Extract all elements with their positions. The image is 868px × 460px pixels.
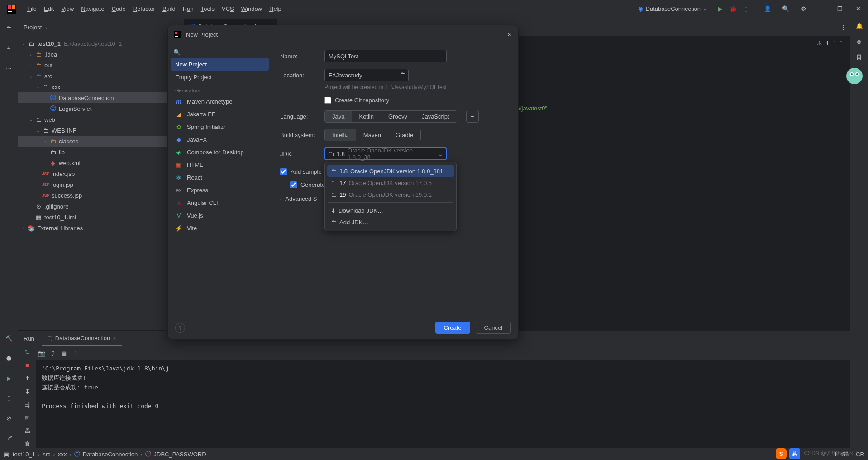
project-tool-icon[interactable]: 🗀 [4,23,14,33]
project-name-input[interactable] [324,50,447,62]
menu-vcs[interactable]: VCS [218,4,238,14]
generator-jakarta[interactable]: ◢Jakarta EE [171,108,269,120]
tree-row-out[interactable]: ›🗀out [18,60,167,71]
camera-icon[interactable]: 📷 [38,350,45,357]
rerun-icon[interactable]: ↻ [25,349,30,356]
add-language-button[interactable]: + [466,110,479,123]
settings-icon[interactable]: ⚙ [797,3,810,15]
services-tool-icon[interactable]: ⬣ [4,353,14,364]
run-config-tab[interactable]: ▢ DatabaseConnection × [42,331,122,346]
lang-javascript[interactable]: JavaScript [415,111,457,122]
structure-tool-icon[interactable]: ⌗ [4,43,14,53]
tree-row-dbconn[interactable]: ⒸDatabaseConnection [18,92,167,103]
tree-row-webxml[interactable]: ◆web.xml [18,157,167,168]
tree-row-loginservlet[interactable]: ⒸLoginServlet [18,103,167,114]
tree-row-pkg[interactable]: ⌄🗀xxx [18,81,167,92]
menu-help[interactable]: Help [266,4,285,14]
search-icon[interactable]: 🔍 [779,3,792,15]
search-icon[interactable]: 🔍 [173,49,181,56]
editor-options-icon[interactable]: ⋮ [840,24,846,30]
export-icon[interactable]: ⎘ [25,414,29,421]
notifications-icon[interactable]: 🔔 [856,23,863,29]
generator-vue[interactable]: VVue.js [171,209,269,222]
nav-up-icon[interactable]: ˄ [833,40,836,47]
debug-button[interactable]: 🐞 [727,3,739,15]
more-tools-icon[interactable]: ⋯ [4,62,14,73]
tree-row-webinf[interactable]: ⌄🗀WEB-INF [18,125,167,136]
tree-row-classes[interactable]: ›🗀classes [18,136,167,147]
close-dialog-icon[interactable]: ✕ [507,31,512,38]
generator-spring[interactable]: ✿Spring Initializr [171,120,269,133]
create-button[interactable]: Create [435,322,470,334]
generator-vite[interactable]: ⚡Vite [171,222,269,234]
cancel-button[interactable]: Cancel [476,322,511,334]
tree-row-iml[interactable]: ▦test10_1.iml [18,212,167,223]
add-sample-checkbox[interactable] [280,168,287,175]
breadcrumb[interactable]: test10_1› src› xxx› ⒸDatabaseConnection›… [13,450,206,458]
nav-down-icon[interactable]: ˅ [839,40,843,47]
generator-maven[interactable]: mMaven Archetype [171,95,269,108]
generator-html[interactable]: ▣HTML [171,158,269,171]
up-stack-icon[interactable]: ↥ [25,375,30,382]
browse-folder-icon[interactable]: 🗀 [400,71,406,78]
git-repo-checkbox[interactable] [324,97,331,104]
ai-assistant-icon[interactable]: ⊚ [857,38,862,45]
tree-row-idea[interactable]: ›🗀.idea [18,49,167,60]
menu-refactor[interactable]: Refactor [129,4,159,14]
tree-row-src[interactable]: ⌄🗀src [18,71,167,81]
print-icon[interactable]: 🖶 [24,427,30,434]
console-output[interactable]: "C:\Program Files\Java\jdk-1.8\bin\j 数据库… [36,360,850,448]
code-with-me-icon[interactable]: 👤 [761,3,774,15]
close-window-icon[interactable]: ✕ [852,3,864,15]
toolwindow-toggle-icon[interactable]: ▣ [4,451,9,458]
build-gradle[interactable]: Gradle [388,129,420,141]
tree-row-loginjsp[interactable]: JSPlogin.jsp [18,179,167,190]
jdk-option-18[interactable]: 🗀1.8Oracle OpenJDK version 1.8.0_381 [327,165,454,177]
down-stack-icon[interactable]: ↧ [25,388,30,395]
tree-row-lib[interactable]: 🗀lib [18,147,167,157]
generator-empty-project[interactable]: Empty Project [171,71,269,83]
run-tool-icon[interactable]: ▶ [4,373,14,384]
tree-row-extlib[interactable]: ›📚External Libraries [18,223,167,233]
terminal-tool-icon[interactable]: ⌷ [4,393,14,403]
lang-kotlin[interactable]: Kotlin [352,111,381,122]
tree-row-indexjsp[interactable]: JSPindex.jsp [18,168,167,179]
filter-icon[interactable]: ⇶ [25,401,30,408]
lang-groovy[interactable]: Groovy [381,111,415,122]
maximize-window-icon[interactable]: ❐ [834,3,846,15]
tree-row-successjsp[interactable]: JSPsuccess.jsp [18,190,167,201]
tree-row-gitignore[interactable]: ⊘.gitignore [18,201,167,212]
run-configuration-selector[interactable]: ◉ DatabaseConnection ⌄ [634,5,711,13]
menu-edit[interactable]: Edit [40,4,57,14]
run-button[interactable]: ▶ [714,3,727,15]
tray-sogou-icon[interactable]: S [776,448,787,459]
help-icon[interactable]: ? [175,323,185,333]
minimize-window-icon[interactable]: — [816,3,828,15]
tree-row-web[interactable]: ⌄🗀web [18,114,167,125]
generate-checkbox[interactable] [290,181,297,188]
jdk-download[interactable]: ⬇Download JDK… [327,204,454,216]
menu-file[interactable]: File [24,4,40,14]
layout-icon[interactable]: ▤ [61,350,67,357]
delete-icon[interactable]: 🗑 [24,441,30,447]
build-maven[interactable]: Maven [356,129,388,141]
build-tool-icon[interactable]: 🔨 [4,333,14,344]
export-results-icon[interactable]: ⤴ [52,350,55,357]
more-icon[interactable]: ⋮ [73,350,79,357]
menu-run[interactable]: Run [179,4,197,14]
tree-row-root[interactable]: ⌄🗀test10_1 E:\Javastudy\test10_1 [18,38,167,49]
menu-tools[interactable]: Tools [197,4,218,14]
warning-icon[interactable]: ⚠ [817,40,822,47]
chevron-down-icon[interactable]: ⌄ [44,25,48,30]
project-tree[interactable]: ⌄🗀test10_1 E:\Javastudy\test10_1 ›🗀.idea… [18,36,167,330]
jdk-dropdown[interactable]: 🗀 1.8 Oracle OpenJDK version 1.8.0_38 ⌄ … [324,147,447,160]
git-tool-icon[interactable]: ⎇ [4,432,14,443]
jdk-option-19[interactable]: 🗀19Oracle OpenJDK version 19.0.1 [327,189,454,200]
jdk-add[interactable]: 🗀Add JDK… [327,216,454,228]
database-tool-icon[interactable]: 🗄 [856,54,862,61]
generator-compose[interactable]: ◈Compose for Desktop [171,146,269,158]
tray-ime-icon[interactable]: 英 [789,448,800,459]
menu-code[interactable]: Code [108,4,129,14]
close-run-tab-icon[interactable]: × [113,335,116,341]
lang-java[interactable]: Java [325,111,352,122]
